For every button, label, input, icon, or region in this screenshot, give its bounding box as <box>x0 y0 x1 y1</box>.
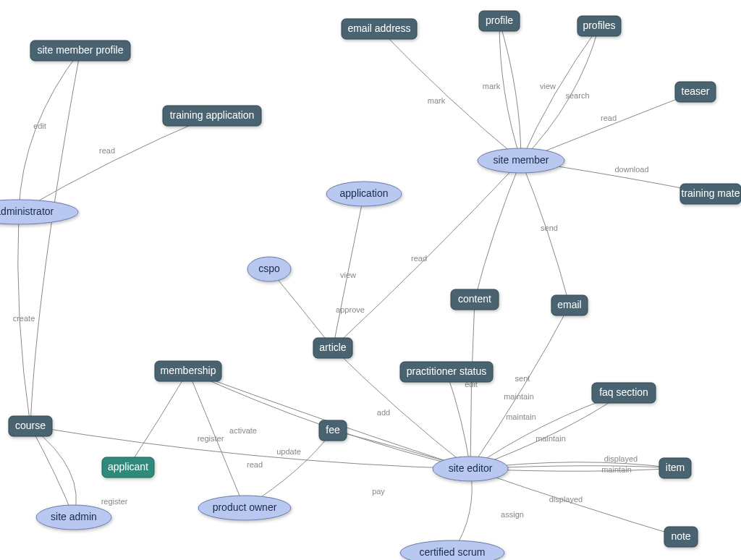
node-email[interactable]: email <box>551 295 588 315</box>
node-content[interactable]: content <box>451 289 499 310</box>
node-shape-training-materials[interactable] <box>680 184 741 204</box>
edge-site-editor-note <box>470 469 681 537</box>
edge-site-administrator-site-member-profile <box>19 51 80 212</box>
edge-label-site-editor-membership: read <box>247 460 263 469</box>
edge-label-site-editor-article: add <box>377 408 390 417</box>
edge-label-applicant-membership: register <box>198 434 224 443</box>
edge-site-member-profiles <box>521 26 599 161</box>
node-practitioner-status[interactable]: practitioner status <box>400 362 493 382</box>
edge-site-editor-practitioner-status <box>446 372 470 469</box>
node-training-materials[interactable]: training mate <box>680 184 741 204</box>
edge-label-product-owner-fee: pay <box>372 487 385 496</box>
node-shape-applicant[interactable] <box>102 457 154 478</box>
edge-site-administrator-course <box>18 212 30 426</box>
node-site-admin[interactable]: site admin <box>36 505 111 530</box>
node-article[interactable]: article <box>313 338 352 358</box>
node-shape-course[interactable] <box>9 416 52 436</box>
edge-label-site-editor-faq-section: maintain <box>506 412 536 421</box>
node-shape-site-member-profile[interactable] <box>30 41 130 61</box>
node-faq-section[interactable]: faq section <box>592 383 656 403</box>
edge-site-member-teaser <box>521 92 695 161</box>
node-profile[interactable]: profile <box>479 11 520 31</box>
node-profiles[interactable]: profiles <box>577 16 621 36</box>
edge-label-site-editor-membership: update <box>276 447 301 456</box>
edge-cspo-article <box>269 269 333 348</box>
node-shape-membership[interactable] <box>155 361 221 381</box>
edge-label-site-member-teaser: read <box>601 114 617 122</box>
edge-site-administrator-training-application <box>19 116 212 212</box>
edge-site-editor-email <box>470 305 569 469</box>
edge-site-admin-course <box>30 426 74 517</box>
edge-site-member-content <box>475 161 521 300</box>
node-shape-profiles[interactable] <box>577 16 621 36</box>
node-shape-site-admin[interactable] <box>36 505 111 530</box>
node-shape-site-administrator[interactable] <box>0 200 78 224</box>
node-shape-email[interactable] <box>551 295 588 315</box>
edge-course-site-member-profile <box>30 51 80 426</box>
node-shape-site-editor[interactable] <box>433 457 508 481</box>
node-shape-cspo[interactable] <box>247 257 291 281</box>
edge-label-site-member-training-materials: download <box>614 165 648 174</box>
edge-label-site-editor-email: sent <box>515 374 530 383</box>
node-shape-note[interactable] <box>664 527 698 547</box>
edge-product-owner-membership <box>188 371 245 508</box>
node-shape-certified-scrum[interactable] <box>400 540 504 560</box>
edge-label-product-owner-membership: activate <box>229 426 257 435</box>
edge-label-site-administrator-course: create <box>13 314 35 323</box>
edge-site-member-profile <box>499 21 521 161</box>
node-site-member[interactable]: site member <box>478 148 564 173</box>
node-site-administrator[interactable]: te administrator <box>0 200 78 224</box>
node-shape-product-owner[interactable] <box>198 496 291 520</box>
edge-site-editor-faq-section <box>470 393 624 469</box>
edge-site-editor-faq-section <box>470 393 624 469</box>
edge-label-site-member-profile: mark <box>483 82 501 90</box>
edge-site-member-email <box>521 161 569 305</box>
node-note[interactable]: note <box>664 527 698 547</box>
edge-applicant-membership <box>128 371 188 467</box>
node-shape-site-member[interactable] <box>478 148 564 173</box>
node-site-editor[interactable]: site editor <box>433 457 508 481</box>
edge-label-site-member-article: read <box>411 254 427 263</box>
nodes-layer: site member profiletraining applicatione… <box>0 11 741 560</box>
node-course[interactable]: course <box>9 416 52 436</box>
node-teaser[interactable]: teaser <box>675 82 716 102</box>
edge-label-site-member-profiles: view <box>540 82 556 90</box>
edge-label-site-editor-note: displayed <box>549 495 583 504</box>
node-application[interactable]: application <box>326 182 402 206</box>
graph-canvas[interactable]: editreadcreatemarkmarkviewsearchreaddown… <box>0 0 741 560</box>
node-shape-profile[interactable] <box>479 11 520 31</box>
node-item[interactable]: item <box>659 458 691 478</box>
node-training-application[interactable]: training application <box>163 106 261 126</box>
node-shape-training-application[interactable] <box>163 106 261 126</box>
node-shape-teaser[interactable] <box>675 82 716 102</box>
edge-label-site-administrator-training-application: read <box>99 146 115 155</box>
node-applicant[interactable]: applicant <box>102 457 154 478</box>
edge-label-site-admin-course: register <box>101 497 128 506</box>
node-shape-fee[interactable] <box>319 420 347 441</box>
node-fee[interactable]: fee <box>319 420 347 441</box>
edge-application-article <box>333 194 364 348</box>
node-cspo[interactable]: cspo <box>247 257 291 281</box>
node-shape-practitioner-status[interactable] <box>400 362 493 382</box>
edge-site-member-profiles <box>521 26 599 161</box>
node-shape-content[interactable] <box>451 289 499 310</box>
node-shape-email-address[interactable] <box>342 19 417 39</box>
edge-label-site-editor-certified-scrum: assign <box>501 510 524 519</box>
node-site-member-profile[interactable]: site member profile <box>30 41 130 61</box>
edge-label-site-editor-item: displayed <box>604 454 638 463</box>
node-shape-application[interactable] <box>326 182 402 206</box>
node-product-owner[interactable]: product owner <box>198 496 291 520</box>
edge-label-site-member-email-address: mark <box>428 96 446 105</box>
node-shape-article[interactable] <box>313 338 352 358</box>
node-shape-item[interactable] <box>659 458 691 478</box>
edge-site-editor-content <box>470 300 475 469</box>
edge-site-member-profile <box>499 21 521 161</box>
node-shape-faq-section[interactable] <box>592 383 656 403</box>
node-email-address[interactable]: email address <box>342 19 417 39</box>
node-certified-scrum[interactable]: certified scrum <box>400 540 504 560</box>
node-membership[interactable]: membership <box>155 361 221 381</box>
edge-label-site-member-email: send <box>541 224 558 232</box>
